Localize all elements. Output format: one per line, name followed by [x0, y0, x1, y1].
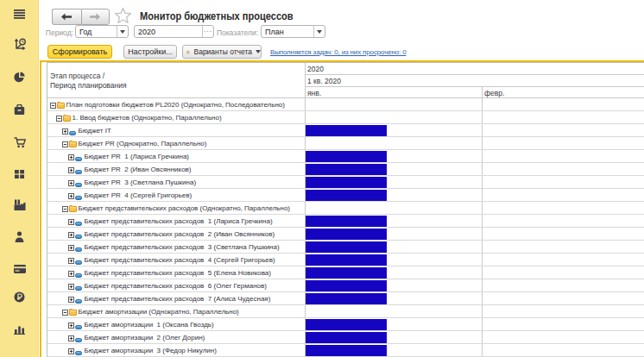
expand-box-icon[interactable]	[68, 153, 74, 160]
task-icon	[75, 219, 82, 228]
generate-button-label: Сформировать	[53, 47, 107, 56]
report-variant-icon	[186, 47, 190, 57]
folder-icon	[57, 102, 65, 110]
gantt-bar[interactable]	[306, 216, 387, 227]
expand-box-icon[interactable]	[68, 283, 74, 289]
tree-row-label: Бюджет представительских расходов 7 (Али…	[85, 295, 271, 303]
task-icon	[75, 180, 82, 189]
sidebar-ruble-circle-icon[interactable]	[0, 291, 39, 303]
chevron-down-icon	[256, 50, 261, 53]
gantt-bar[interactable]	[306, 151, 387, 162]
gantt-bar[interactable]	[306, 332, 387, 343]
collapse-box-icon[interactable]	[62, 205, 68, 211]
indicator-combobox[interactable]: План	[261, 25, 325, 38]
gantt-bar[interactable]	[306, 241, 387, 253]
expand-box-icon[interactable]	[68, 218, 74, 224]
expand-box-icon[interactable]	[68, 192, 74, 198]
expand-box-icon[interactable]	[68, 322, 74, 328]
sidebar-briefcase-icon[interactable]	[0, 104, 39, 116]
tree-row[interactable]: Бюджет IT	[47, 124, 644, 137]
scale-year-label: 2020	[307, 65, 324, 73]
expand-box-icon[interactable]	[62, 128, 68, 134]
sidebar-person-icon[interactable]	[0, 231, 39, 242]
collapse-box-icon[interactable]	[50, 102, 56, 108]
tree-row[interactable]: Бюджет представительских расходов (Однок…	[47, 202, 644, 215]
sidebar-pie-chart-icon[interactable]	[0, 72, 39, 83]
gantt-bar[interactable]	[306, 164, 387, 175]
period-type-dropdown-button[interactable]	[117, 26, 128, 37]
gantt-bar[interactable]	[306, 345, 387, 356]
tree-row[interactable]: Бюджет амортизации 3 (Федор Никулин)	[47, 344, 644, 357]
expand-box-icon[interactable]	[68, 166, 74, 172]
gantt-grid: Этап процесса / Период планирования 2020…	[47, 62, 644, 357]
tree-row[interactable]: Бюджет представительских расходов 6 (Оле…	[47, 279, 644, 292]
tree-row[interactable]: Бюджет представительских расходов 5 (Еле…	[47, 266, 644, 279]
scale-month-jan-cell: янв.	[305, 87, 482, 98]
tree-row[interactable]: Бюджет PR 4 (Сергей Григорьев)	[47, 189, 644, 202]
tree-row[interactable]: Бюджет представительских расходов 4 (Сер…	[47, 254, 644, 266]
favorite-star-icon[interactable]	[114, 7, 132, 24]
collapse-box-icon[interactable]	[62, 141, 68, 147]
gantt-bar[interactable]	[306, 319, 387, 330]
gantt-bar[interactable]	[306, 190, 387, 201]
settings-button[interactable]: Настройки...	[123, 45, 177, 59]
tree-row[interactable]: Бюджет амортизации 1 (Оксана Гвоздь)	[47, 318, 644, 331]
report-variants-button[interactable]: Варианты отчета	[182, 45, 262, 59]
sidebar-bar-chart-icon[interactable]	[0, 324, 39, 335]
tree-row-label: Бюджет представительских расходов 6 (Оле…	[85, 282, 267, 290]
generate-button[interactable]: Сформировать	[47, 45, 112, 59]
gantt-bar[interactable]	[306, 293, 387, 304]
period-value-select-button[interactable]: ...	[202, 26, 213, 37]
sidebar-menu-icon[interactable]	[0, 9, 39, 19]
task-icon	[75, 232, 82, 241]
tree-row[interactable]: Бюджет амортизации (Однократно, Параллел…	[47, 305, 644, 318]
collapse-box-icon[interactable]	[56, 115, 62, 121]
tree-row[interactable]: Бюджет представительских расходов 2 (Ива…	[47, 228, 644, 241]
back-arrow-icon	[61, 13, 72, 21]
expand-box-icon[interactable]	[68, 257, 74, 263]
tree-row[interactable]: Бюджет PR 2 (Иван Овсянников)	[47, 163, 644, 176]
forward-button[interactable]	[81, 9, 110, 25]
gantt-bar[interactable]	[306, 229, 387, 240]
tree-row[interactable]: Бюджет амортизации 2 (Олег Дорин)	[47, 331, 644, 344]
expand-box-icon[interactable]	[68, 179, 74, 185]
sidebar-kpi-history-icon[interactable]	[0, 38, 39, 50]
gantt-bar[interactable]	[306, 280, 387, 291]
expand-box-icon[interactable]	[68, 231, 74, 237]
gantt-bar[interactable]	[306, 267, 387, 279]
sidebar-bank-card-icon[interactable]	[0, 265, 39, 273]
scale-month-jan-label: янв.	[307, 89, 321, 97]
section-panel	[0, 0, 39, 357]
tree-row-label: Бюджет IT	[79, 127, 111, 135]
period-value-text: 2020	[135, 28, 202, 36]
indicator-label: Показатели:	[217, 28, 258, 37]
expand-box-icon[interactable]	[68, 270, 74, 276]
sidebar-factory-icon[interactable]	[0, 199, 39, 210]
gantt-bar[interactable]	[306, 125, 387, 136]
chevron-down-icon	[120, 30, 125, 34]
expand-box-icon[interactable]	[68, 296, 74, 302]
back-button[interactable]	[52, 9, 81, 25]
sidebar-shopping-cart-icon[interactable]	[0, 137, 39, 148]
tree-row[interactable]: Бюджет PR 3 (Светлана Пушкина)	[47, 176, 644, 189]
expand-box-icon[interactable]	[68, 244, 74, 250]
period-value-input[interactable]: 2020 ...	[134, 25, 214, 38]
indicator-dropdown-button[interactable]	[313, 26, 325, 37]
period-type-combobox[interactable]: Год	[75, 25, 129, 38]
tree-row[interactable]: 1. Ввод бюджетов (Однократно, Параллельн…	[47, 111, 644, 124]
tree-row[interactable]: Бюджет PR 1 (Лариса Гречкина)	[47, 150, 644, 163]
nav-buttons	[52, 9, 110, 24]
tree-row[interactable]: Бюджет представительских расходов 3 (Све…	[47, 241, 644, 254]
expand-box-icon[interactable]	[68, 348, 74, 354]
collapse-box-icon[interactable]	[62, 309, 68, 315]
tree-row[interactable]: План подготовки бюджетов PL2020 (Однокра…	[47, 98, 644, 111]
gantt-bar[interactable]	[306, 177, 387, 188]
tree-row[interactable]: Бюджет представительских расходов 1 (Лар…	[47, 215, 644, 228]
gantt-bar[interactable]	[306, 254, 387, 266]
expand-box-icon[interactable]	[68, 335, 74, 341]
tree-row[interactable]: Бюджет представительских расходов 7 (Али…	[47, 292, 644, 305]
chevron-down-icon	[317, 30, 322, 34]
running-tasks-link[interactable]: Выполняется задач: 0, из них просрочено:…	[270, 48, 407, 56]
sidebar-grid-windows-icon[interactable]	[0, 169, 39, 179]
tree-row[interactable]: Бюджет PR (Однократно, Параллельно)	[47, 137, 644, 150]
